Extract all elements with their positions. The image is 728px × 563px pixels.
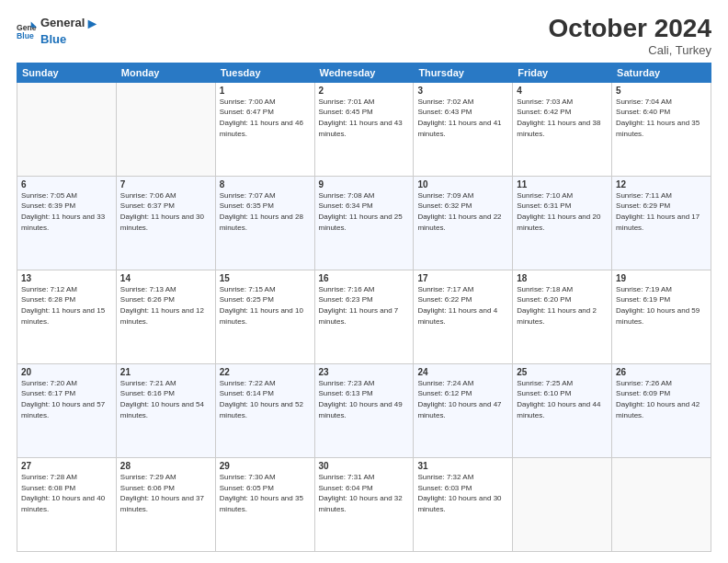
calendar-cell (513, 457, 612, 551)
day-info: Sunrise: 7:32 AMSunset: 6:03 PMDaylight:… (417, 472, 508, 514)
day-number: 13 (21, 273, 112, 283)
day-number: 7 (120, 179, 211, 190)
calendar-cell: 2Sunrise: 7:01 AMSunset: 6:45 PMDaylight… (314, 82, 414, 176)
day-number: 11 (517, 179, 608, 190)
calendar-cell: 5Sunrise: 7:04 AMSunset: 6:40 PMDaylight… (612, 82, 711, 176)
day-info: Sunrise: 7:25 AMSunset: 6:10 PMDaylight:… (517, 378, 608, 420)
day-number: 12 (616, 179, 707, 190)
day-info: Sunrise: 7:31 AMSunset: 6:04 PMDaylight:… (319, 472, 410, 514)
day-number: 30 (319, 461, 410, 471)
day-header: Monday (116, 63, 215, 82)
day-number: 10 (417, 179, 508, 190)
day-info: Sunrise: 7:05 AMSunset: 6:39 PMDaylight:… (21, 190, 112, 233)
day-number: 3 (417, 86, 508, 96)
calendar-cell: 9Sunrise: 7:08 AMSunset: 6:34 PMDaylight… (314, 176, 414, 270)
day-info: Sunrise: 7:15 AMSunset: 6:25 PMDaylight:… (220, 284, 311, 327)
day-number: 16 (319, 273, 410, 283)
day-info: Sunrise: 7:11 AMSunset: 6:29 PMDaylight:… (616, 190, 707, 233)
calendar-cell: 28Sunrise: 7:29 AMSunset: 6:06 PMDayligh… (116, 457, 215, 551)
day-number: 14 (120, 273, 211, 283)
day-header: Friday (513, 63, 612, 82)
calendar-cell (116, 82, 215, 176)
logo-text-line1: General► (40, 15, 99, 32)
calendar-cell: 15Sunrise: 7:15 AMSunset: 6:25 PMDayligh… (215, 270, 314, 363)
calendar-cell: 24Sunrise: 7:24 AMSunset: 6:12 PMDayligh… (414, 363, 513, 457)
day-info: Sunrise: 7:24 AMSunset: 6:12 PMDaylight:… (417, 378, 508, 420)
day-number: 29 (220, 461, 311, 471)
day-number: 6 (21, 179, 112, 190)
day-info: Sunrise: 7:29 AMSunset: 6:06 PMDaylight:… (120, 472, 211, 514)
day-number: 9 (319, 179, 410, 190)
calendar-cell: 4Sunrise: 7:03 AMSunset: 6:42 PMDaylight… (513, 82, 612, 176)
calendar-cell: 23Sunrise: 7:23 AMSunset: 6:13 PMDayligh… (314, 363, 414, 457)
day-number: 22 (220, 367, 311, 377)
day-info: Sunrise: 7:12 AMSunset: 6:28 PMDaylight:… (21, 284, 112, 327)
day-number: 4 (517, 86, 608, 96)
day-number: 8 (220, 179, 311, 190)
calendar-cell: 20Sunrise: 7:20 AMSunset: 6:17 PMDayligh… (17, 363, 117, 457)
day-info: Sunrise: 7:30 AMSunset: 6:05 PMDaylight:… (220, 472, 311, 514)
calendar-cell: 25Sunrise: 7:25 AMSunset: 6:10 PMDayligh… (513, 363, 612, 457)
day-info: Sunrise: 7:08 AMSunset: 6:34 PMDaylight:… (319, 190, 410, 233)
day-info: Sunrise: 7:28 AMSunset: 6:08 PMDaylight:… (21, 472, 112, 514)
day-number: 24 (417, 367, 508, 377)
calendar-cell: 26Sunrise: 7:26 AMSunset: 6:09 PMDayligh… (612, 363, 711, 457)
day-number: 23 (319, 367, 410, 377)
calendar-cell: 8Sunrise: 7:07 AMSunset: 6:35 PMDaylight… (215, 176, 314, 270)
day-info: Sunrise: 7:17 AMSunset: 6:22 PMDaylight:… (417, 284, 508, 327)
day-info: Sunrise: 7:10 AMSunset: 6:31 PMDaylight:… (517, 190, 608, 233)
day-number: 25 (517, 367, 608, 377)
day-info: Sunrise: 7:23 AMSunset: 6:13 PMDaylight:… (319, 378, 410, 420)
day-info: Sunrise: 7:20 AMSunset: 6:17 PMDaylight:… (21, 378, 112, 420)
day-header: Wednesday (314, 63, 414, 82)
day-number: 19 (616, 273, 707, 283)
svg-text:Blue: Blue (17, 32, 34, 41)
day-header: Thursday (414, 63, 513, 82)
day-info: Sunrise: 7:03 AMSunset: 6:42 PMDaylight:… (517, 97, 608, 139)
day-info: Sunrise: 7:02 AMSunset: 6:43 PMDaylight:… (417, 97, 508, 139)
day-info: Sunrise: 7:18 AMSunset: 6:20 PMDaylight:… (517, 284, 608, 327)
calendar-cell: 22Sunrise: 7:22 AMSunset: 6:14 PMDayligh… (215, 363, 314, 457)
logo-text-line2: Blue (40, 32, 99, 47)
day-number: 5 (616, 86, 707, 96)
calendar-cell: 16Sunrise: 7:16 AMSunset: 6:23 PMDayligh… (314, 270, 414, 363)
day-info: Sunrise: 7:06 AMSunset: 6:37 PMDaylight:… (120, 190, 211, 233)
calendar-cell: 6Sunrise: 7:05 AMSunset: 6:39 PMDaylight… (17, 176, 117, 270)
calendar-cell: 7Sunrise: 7:06 AMSunset: 6:37 PMDaylight… (116, 176, 215, 270)
day-info: Sunrise: 7:21 AMSunset: 6:16 PMDaylight:… (120, 378, 211, 420)
title-block: October 2024 Cali, Turkey (549, 15, 711, 57)
day-info: Sunrise: 7:07 AMSunset: 6:35 PMDaylight:… (220, 190, 311, 233)
calendar-cell: 1Sunrise: 7:00 AMSunset: 6:47 PMDaylight… (215, 82, 314, 176)
calendar-table: SundayMondayTuesdayWednesdayThursdayFrid… (17, 63, 711, 552)
day-number: 31 (417, 461, 508, 471)
day-info: Sunrise: 7:09 AMSunset: 6:32 PMDaylight:… (417, 190, 508, 233)
day-header: Tuesday (215, 63, 314, 82)
day-number: 21 (120, 367, 211, 377)
calendar-cell: 21Sunrise: 7:21 AMSunset: 6:16 PMDayligh… (116, 363, 215, 457)
day-number: 26 (616, 367, 707, 377)
svg-text:General: General (17, 23, 37, 32)
day-info: Sunrise: 7:13 AMSunset: 6:26 PMDaylight:… (120, 284, 211, 327)
month-title: October 2024 (549, 15, 711, 43)
calendar-cell: 30Sunrise: 7:31 AMSunset: 6:04 PMDayligh… (314, 457, 414, 551)
day-number: 2 (319, 86, 410, 96)
day-info: Sunrise: 7:00 AMSunset: 6:47 PMDaylight:… (220, 97, 311, 139)
calendar-cell (17, 82, 117, 176)
logo: General Blue General► Blue (17, 15, 99, 47)
day-info: Sunrise: 7:19 AMSunset: 6:19 PMDaylight:… (616, 284, 707, 327)
day-number: 18 (517, 273, 608, 283)
calendar-cell: 19Sunrise: 7:19 AMSunset: 6:19 PMDayligh… (612, 270, 711, 363)
page: General Blue General► Blue October 2024 … (0, 0, 728, 563)
day-header: Sunday (17, 63, 117, 82)
day-header: Saturday (612, 63, 711, 82)
logo-icon: General Blue (17, 20, 37, 40)
day-number: 27 (21, 461, 112, 471)
calendar-cell (612, 457, 711, 551)
day-number: 17 (417, 273, 508, 283)
day-number: 1 (220, 86, 311, 96)
calendar-cell: 14Sunrise: 7:13 AMSunset: 6:26 PMDayligh… (116, 270, 215, 363)
calendar-cell: 17Sunrise: 7:17 AMSunset: 6:22 PMDayligh… (414, 270, 513, 363)
day-number: 28 (120, 461, 211, 471)
calendar-cell: 27Sunrise: 7:28 AMSunset: 6:08 PMDayligh… (17, 457, 117, 551)
calendar-cell: 10Sunrise: 7:09 AMSunset: 6:32 PMDayligh… (414, 176, 513, 270)
